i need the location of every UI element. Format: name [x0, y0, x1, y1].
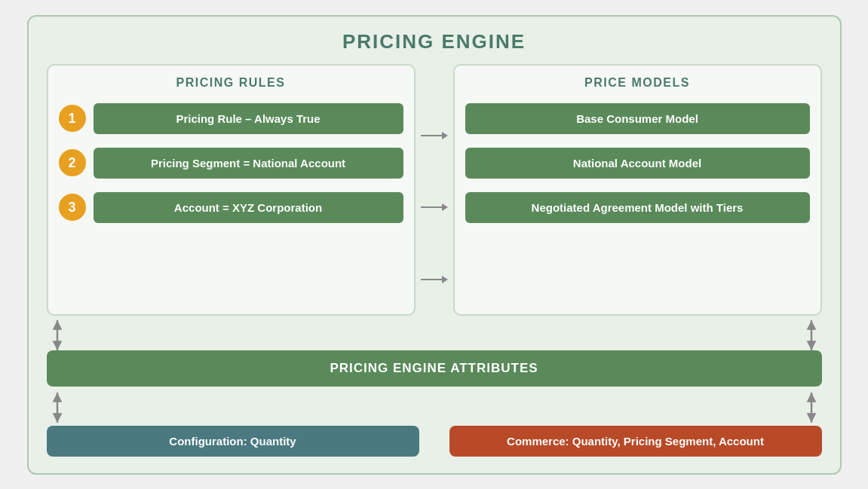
rule-row-1: 1 Pricing Rule – Always True [59, 103, 403, 134]
commerce-box: Commerce: Quantity, Pricing Segment, Acc… [449, 426, 822, 457]
arrow-right-1 [421, 128, 448, 143]
svg-marker-21 [806, 393, 816, 402]
vertical-arrows-up-row [47, 320, 822, 350]
v-arrow-up-left-svg [47, 320, 68, 350]
badge-3: 3 [59, 194, 86, 221]
rule-box-2: Pricing Segment = National Account [94, 148, 403, 179]
rule-row-2: 2 Pricing Segment = National Account [59, 148, 403, 179]
model-box-3: Negotiated Agreement Model with Tiers [465, 192, 810, 223]
rule-box-1: Pricing Rule – Always True [94, 103, 403, 134]
price-models-panel: PRICE MODELS Base Consumer Model Nationa… [453, 64, 822, 316]
v-arrow-down-left-svg [47, 393, 68, 423]
badge-1: 1 [59, 105, 86, 132]
model-box-1: Base Consumer Model [465, 103, 810, 134]
v-arrow-down-right [801, 393, 822, 423]
pricing-rules-title: PRICING RULES [176, 76, 286, 90]
svg-marker-5 [442, 276, 448, 283]
v-arrow-up-left [47, 320, 68, 350]
models-list: Base Consumer Model National Account Mod… [465, 103, 810, 223]
v-arrow-up-right-svg [801, 320, 822, 350]
panels-row: PRICING RULES 1 Pricing Rule – Always Tr… [47, 64, 822, 316]
arrow-right-2 [421, 200, 448, 215]
v-arrow-down-left [47, 393, 68, 423]
arrow-right-3 [421, 272, 448, 287]
arrow-wrap-3 [421, 259, 448, 300]
svg-marker-3 [442, 203, 448, 211]
price-models-title: PRICE MODELS [584, 76, 690, 90]
svg-marker-17 [52, 393, 62, 402]
attributes-bar: PRICING ENGINE ATTRIBUTES [47, 350, 822, 387]
outer-container: PRICING ENGINE PRICING RULES 1 Pricing R… [27, 15, 842, 475]
bottom-boxes-row: Configuration: Quantity Commerce: Quanti… [47, 426, 822, 457]
model-box-2: National Account Model [465, 148, 810, 179]
v-arrow-up-right [801, 320, 822, 350]
arrow-wrap-1 [421, 115, 448, 156]
pricing-rules-panel: PRICING RULES 1 Pricing Rule – Always Tr… [47, 64, 416, 316]
panels-connector [416, 64, 453, 316]
svg-marker-13 [806, 341, 816, 350]
rule-row-3: 3 Account = XYZ Corporation [59, 192, 403, 223]
arrow-wrap-2 [421, 187, 448, 228]
main-title: PRICING ENGINE [342, 30, 526, 53]
rule-box-3: Account = XYZ Corporation [94, 192, 403, 223]
v-arrow-down-right-svg [801, 393, 822, 423]
rules-list: 1 Pricing Rule – Always True 2 Pricing S… [59, 103, 403, 223]
badge-2: 2 [59, 149, 86, 176]
v-arrows-bottom-row [47, 393, 822, 423]
config-box: Configuration: Quantity [47, 426, 419, 457]
svg-marker-1 [442, 132, 448, 139]
svg-marker-9 [52, 341, 62, 350]
